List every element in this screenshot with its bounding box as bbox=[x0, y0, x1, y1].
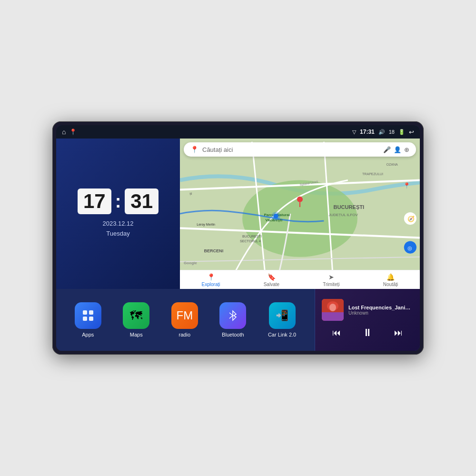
music-artist: Unknown bbox=[348, 310, 413, 316]
map-background: BUCUREȘTI JUDEȚUL ILFOV BERCENI BUCUREȘT… bbox=[180, 139, 420, 289]
music-title: Lost Frequencies_Janieck Devy-... bbox=[348, 305, 413, 310]
svg-text:Leroy Merlin: Leroy Merlin bbox=[197, 223, 215, 227]
time-display: 17:31 bbox=[360, 129, 375, 135]
apps-icon bbox=[81, 309, 95, 322]
screen: ⌂ 📍 ▽ 17:31 🔊 18 🔋 ↩ 17 : bbox=[56, 125, 420, 351]
svg-text:◎: ◎ bbox=[407, 245, 412, 251]
svg-line-34 bbox=[229, 316, 233, 318]
map-panel[interactable]: 📍 Căutați aici 🎤 👤 ⊕ bbox=[180, 139, 420, 289]
maps-label: Maps bbox=[130, 332, 143, 337]
news-label: Noutăți bbox=[383, 282, 398, 287]
radio-label: radio bbox=[179, 332, 190, 337]
battery-level: 18 bbox=[389, 129, 395, 135]
svg-point-19 bbox=[272, 212, 280, 220]
clock-separator: : bbox=[115, 192, 121, 210]
explore-label: Explorați bbox=[202, 282, 220, 287]
app-item-bluetooth[interactable]: Bluetooth bbox=[219, 302, 246, 337]
date-info: 2023.12.12 Tuesday bbox=[102, 219, 133, 239]
status-right-icons: ▽ 17:31 🔊 18 🔋 ↩ bbox=[352, 129, 414, 136]
app-item-radio[interactable]: FM radio bbox=[171, 302, 198, 337]
svg-text:SECTORUL 4: SECTORUL 4 bbox=[240, 239, 261, 243]
svg-text:BUCUREȘTI: BUCUREȘTI bbox=[242, 235, 262, 238]
maps-shortcut-icon[interactable]: 📍 bbox=[69, 129, 77, 135]
top-row: 17 : 31 2023.12.12 Tuesday 📍 Căutați aic… bbox=[56, 139, 420, 289]
layers-icon[interactable]: ⊕ bbox=[404, 146, 409, 153]
svg-text:BERCENI: BERCENI bbox=[204, 248, 223, 253]
svg-rect-37 bbox=[322, 312, 344, 321]
share-label: Trimiteți bbox=[323, 282, 339, 287]
share-icon: ➤ bbox=[328, 273, 334, 281]
bottom-row: Apps 🗺 Maps FM radio bbox=[56, 289, 420, 351]
svg-text:OZANA: OZANA bbox=[386, 163, 398, 166]
apps-icon-wrapper bbox=[75, 302, 101, 329]
radio-icon-wrapper: FM bbox=[171, 302, 198, 329]
music-thumbnail bbox=[322, 299, 344, 321]
maps-icon: 🗺 bbox=[130, 308, 142, 323]
carlink-icon-wrapper: 📲 bbox=[269, 302, 296, 329]
battery-icon: 🔋 bbox=[398, 129, 405, 135]
clock-display: 17 : 31 bbox=[78, 188, 159, 214]
map-search-icons: 🎤 👤 ⊕ bbox=[383, 146, 409, 153]
map-bottom-bar: 📍 Explorați 🔖 Salvate ➤ Trimiteți 🔔 bbox=[180, 270, 420, 289]
app-item-apps[interactable]: Apps bbox=[75, 302, 101, 337]
map-search-bar[interactable]: 📍 Căutați aici 🎤 👤 ⊕ bbox=[184, 142, 416, 157]
apps-section: Apps 🗺 Maps FM radio bbox=[56, 289, 315, 351]
music-section: Lost Frequencies_Janieck Devy-... Unknow… bbox=[315, 289, 420, 351]
svg-text:și: și bbox=[189, 192, 192, 196]
main-content: 17 : 31 2023.12.12 Tuesday 📍 Căutați aic… bbox=[56, 139, 420, 351]
svg-rect-31 bbox=[83, 317, 87, 321]
music-info: Lost Frequencies_Janieck Devy-... Unknow… bbox=[322, 299, 413, 321]
svg-rect-30 bbox=[89, 310, 93, 315]
back-icon[interactable]: ↩ bbox=[409, 129, 414, 136]
music-controls: ⏮ ⏸ ⏭ bbox=[322, 325, 413, 341]
prev-button[interactable]: ⏮ bbox=[328, 326, 345, 340]
music-details: Lost Frequencies_Janieck Devy-... Unknow… bbox=[348, 305, 413, 316]
map-svg: BUCUREȘTI JUDEȚUL ILFOV BERCENI BUCUREȘT… bbox=[180, 139, 420, 289]
play-pause-button[interactable]: ⏸ bbox=[358, 325, 377, 341]
next-button[interactable]: ⏭ bbox=[390, 326, 407, 340]
clock-minutes: 31 bbox=[125, 188, 159, 214]
svg-text:🧭: 🧭 bbox=[407, 215, 415, 222]
carlink-label: Car Link 2.0 bbox=[268, 332, 296, 337]
maps-icon-wrapper: 🗺 bbox=[123, 302, 149, 329]
clock-panel: 17 : 31 2023.12.12 Tuesday bbox=[56, 139, 180, 289]
carlink-icon: 📲 bbox=[276, 309, 288, 322]
google-maps-pin-icon: 📍 bbox=[190, 146, 198, 153]
app-item-carlink[interactable]: 📲 Car Link 2.0 bbox=[268, 302, 296, 337]
map-nav-explore[interactable]: 📍 Explorați bbox=[202, 273, 220, 287]
bluetooth-icon bbox=[227, 309, 239, 322]
map-nav-saved[interactable]: 🔖 Salvate bbox=[264, 273, 279, 287]
volume-icon[interactable]: 🔊 bbox=[378, 129, 385, 135]
svg-text:JUDEȚUL ILFOV: JUDEȚUL ILFOV bbox=[328, 213, 358, 217]
album-art-svg bbox=[322, 299, 344, 321]
svg-text:Google: Google bbox=[184, 261, 197, 265]
bluetooth-label: Bluetooth bbox=[222, 332, 244, 337]
status-bar: ⌂ 📍 ▽ 17:31 🔊 18 🔋 ↩ bbox=[56, 125, 420, 139]
date-value: 2023.12.12 bbox=[102, 219, 133, 229]
news-icon: 🔔 bbox=[387, 273, 395, 281]
svg-text:BUCUREȘTI: BUCUREȘTI bbox=[334, 204, 365, 210]
svg-point-38 bbox=[329, 304, 336, 311]
saved-label: Salvate bbox=[264, 282, 279, 287]
svg-point-16 bbox=[297, 197, 303, 202]
svg-rect-29 bbox=[83, 310, 87, 315]
bluetooth-icon-wrapper bbox=[219, 302, 246, 329]
device-frame: ⌂ 📍 ▽ 17:31 🔊 18 🔋 ↩ 17 : bbox=[52, 121, 424, 355]
svg-rect-32 bbox=[89, 317, 93, 321]
svg-text:📍: 📍 bbox=[403, 182, 411, 189]
account-icon[interactable]: 👤 bbox=[394, 146, 401, 153]
map-nav-news[interactable]: 🔔 Noutăți bbox=[383, 273, 398, 287]
music-thumb-art bbox=[322, 299, 344, 321]
mic-icon[interactable]: 🎤 bbox=[383, 146, 391, 153]
apps-label: Apps bbox=[82, 332, 94, 337]
app-item-maps[interactable]: 🗺 Maps bbox=[123, 302, 149, 337]
svg-line-33 bbox=[229, 313, 233, 316]
radio-icon: FM bbox=[177, 309, 193, 322]
clock-hours: 17 bbox=[78, 188, 111, 214]
home-icon[interactable]: ⌂ bbox=[62, 128, 66, 136]
map-nav-share[interactable]: ➤ Trimiteți bbox=[323, 273, 339, 287]
gps-icon: ▽ bbox=[352, 129, 356, 135]
svg-text:TRAPEZULUI: TRAPEZULUI bbox=[362, 172, 383, 176]
map-search-text[interactable]: Căutați aici bbox=[202, 146, 379, 153]
saved-icon: 🔖 bbox=[268, 273, 276, 281]
